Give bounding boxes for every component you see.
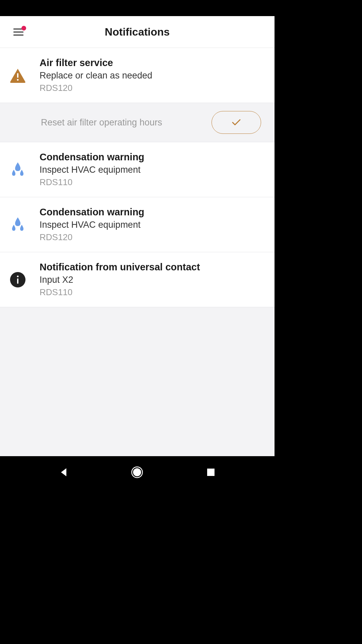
svg-rect-0 (17, 73, 18, 78)
home-button[interactable] (130, 466, 144, 479)
menu-icon[interactable] (13, 29, 23, 36)
recents-button[interactable] (204, 466, 218, 479)
notification-subtitle: Replace or clean as needed (40, 70, 266, 81)
page-title: Notifications (105, 26, 170, 38)
notification-action-bar: Reset air filter operating hours (0, 103, 275, 142)
android-nav-bar (0, 456, 275, 488)
notification-item[interactable]: Notification from universal contact Inpu… (0, 252, 275, 307)
checkmark-icon (232, 119, 241, 126)
notification-item[interactable]: Condensation warning Inspect HVAC equipm… (0, 142, 275, 197)
back-triangle-icon (59, 468, 68, 477)
svg-rect-4 (17, 278, 18, 284)
app-header: Notifications (0, 16, 275, 48)
app-content: Notifications Air filter service Replace… (0, 16, 275, 456)
water-drops-icon (9, 161, 26, 178)
notification-device: RDS120 (40, 232, 266, 243)
notification-item[interactable]: Condensation warning Inspect HVAC equipm… (0, 197, 275, 252)
notification-subtitle: Inspect HVAC equipment (40, 220, 266, 230)
svg-rect-7 (207, 469, 215, 476)
svg-point-1 (17, 79, 19, 80)
notification-title: Notification from universal contact (40, 262, 266, 273)
notification-device: RDS110 (40, 287, 266, 298)
notification-device: RDS110 (40, 177, 266, 187)
notification-subtitle: Inspect HVAC equipment (40, 165, 266, 175)
info-circle-icon (9, 271, 26, 288)
reset-confirm-button[interactable] (212, 111, 261, 134)
action-label: Reset air filter operating hours (41, 117, 162, 128)
notification-title: Air filter service (40, 57, 266, 68)
warning-triangle-icon (9, 67, 26, 84)
notification-badge-icon (21, 26, 26, 31)
notification-item[interactable]: Air filter service Replace or clean as n… (0, 48, 275, 103)
svg-point-6 (133, 468, 141, 476)
recents-square-icon (206, 468, 215, 477)
svg-point-3 (17, 275, 19, 277)
home-circle-icon (131, 466, 143, 478)
status-bar (0, 0, 275, 16)
notification-title: Condensation warning (40, 152, 266, 163)
notification-title: Condensation warning (40, 207, 266, 218)
water-drops-icon (9, 216, 26, 233)
notification-device: RDS120 (40, 83, 266, 93)
notification-subtitle: Input X2 (40, 275, 266, 285)
back-button[interactable] (57, 466, 70, 479)
